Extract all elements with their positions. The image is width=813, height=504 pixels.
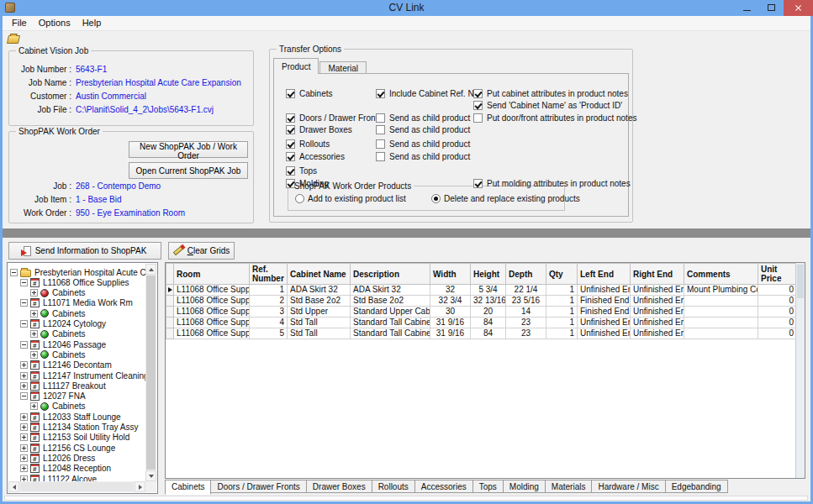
grid-tab-edgebanding[interactable]: Edgebanding [666,480,728,493]
tree-item[interactable]: L11068 Office Supplies [8,277,145,287]
grid-cell[interactable] [684,307,758,318]
row-selector[interactable] [166,307,174,318]
grid-row[interactable]: L11068 Office Supplies4Std TallStandard … [166,318,797,328]
checkbox[interactable] [286,179,295,188]
grid-cell[interactable]: Std Tall [288,328,351,339]
checkbox[interactable] [286,113,295,123]
grid-cell[interactable]: Std Tall [288,318,351,328]
grid-cell[interactable]: Std Base 2o2 [288,296,351,307]
tree-item[interactable]: L11071 Media Work Rm [8,298,145,308]
grid-cell[interactable]: 0 [758,328,797,339]
expand-icon[interactable] [30,289,38,297]
grid-cell[interactable]: Mount Plumbing Cover [684,285,758,296]
menu-item-options[interactable]: Options [33,16,77,30]
collapse-icon[interactable] [20,341,28,349]
grid-cell[interactable] [684,328,758,339]
grid-cell[interactable]: 32 [430,285,471,296]
expand-icon[interactable] [20,475,28,482]
tree-item[interactable]: L12046 Passage [8,339,145,349]
grid-tab-drawer-boxes[interactable]: Drawer Boxes [307,480,372,493]
grid-tab-cabinets[interactable]: Cabinets [165,480,211,495]
expand-icon[interactable] [20,454,28,462]
grid-cell[interactable]: Unfinished End [631,296,684,307]
tree-item[interactable]: L12048 Reception [8,464,145,474]
grid-cell[interactable]: Std Base 2o2 [351,296,430,307]
checkbox[interactable] [376,125,385,134]
grid-cell[interactable]: 23 5/16 [506,296,546,307]
column-header[interactable]: Width [430,264,471,285]
grid-cell[interactable]: Unfinished End [631,307,684,318]
grid-cell[interactable]: 20 [471,307,506,318]
column-header[interactable]: Right End [631,264,684,285]
menu-item-help[interactable]: Help [77,16,108,30]
scroll-left-icon[interactable] [8,481,19,492]
grid-tab-tops[interactable]: Tops [473,480,504,493]
grid-cell[interactable]: 32 13/16 [471,296,506,307]
tree-item[interactable]: L12024 Cytology [8,319,145,329]
grid-cell[interactable]: Unfinished End [578,328,631,339]
grid-cell[interactable] [684,318,758,328]
checkbox[interactable] [286,139,295,149]
scroll-up-icon[interactable] [145,264,156,275]
tree-vertical-scrollbar[interactable] [145,264,156,481]
grid-cell[interactable]: L11068 Office Supplies [174,296,250,307]
scrollbar-thumb[interactable] [797,265,804,298]
grid-cell[interactable]: 0 [758,285,797,296]
grid-cell[interactable]: 2 [250,296,288,307]
grid-cell[interactable]: Unfinished End [578,285,631,296]
scrollbar-thumb[interactable] [20,482,134,491]
grid-cell[interactable]: 0 [758,307,797,318]
tree-item[interactable]: L12156 CS Lounge [8,443,145,453]
row-selector[interactable] [166,318,174,328]
checkbox[interactable] [376,113,385,123]
grid-cell[interactable]: 31 9/16 [430,328,471,339]
column-header[interactable]: Unit Price [758,264,797,285]
expand-icon[interactable] [20,361,28,369]
grid-cell[interactable]: L11068 Office Supplies [174,307,250,318]
expand-icon[interactable] [30,310,38,318]
checkbox[interactable] [473,179,483,188]
column-header[interactable]: Cabinet Name [288,264,351,285]
column-header[interactable]: Comments [684,264,758,285]
tree-item[interactable]: Cabinets [8,349,145,360]
title-bar[interactable]: CV Link [0,0,813,16]
tree-item[interactable]: L12026 Dress [8,453,145,463]
grid-cell[interactable]: 0 [758,296,797,307]
tree-item[interactable]: Cabinets [8,329,145,339]
radio-button[interactable] [431,194,441,203]
tree-item[interactable]: L12153 Soil Utility Hold [8,433,145,443]
expand-icon[interactable] [20,413,28,421]
grid-cell[interactable]: Unfinished End [631,285,684,296]
checkbox[interactable] [286,125,295,134]
column-header[interactable]: Depth [506,264,546,285]
grid-tab-hardware-misc[interactable]: Hardware / Misc [592,480,665,493]
close-button[interactable] [784,0,813,16]
clear-grids-button[interactable]: Clear Grids [168,242,235,260]
grid-cell[interactable]: 14 [506,307,546,318]
maximize-button[interactable] [759,0,784,16]
tree-item[interactable]: L12146 Decontam [8,360,145,370]
tree-item[interactable]: Cabinets [8,402,145,412]
grid-cell[interactable]: Standard Tall Cabinet [351,328,430,339]
grid-cell[interactable]: 1 [546,285,578,296]
grid-cell[interactable]: 32 3/4 [430,296,471,307]
checkbox[interactable] [286,166,295,176]
grid-cell[interactable]: 84 [471,328,506,339]
grid-cell[interactable]: 0 [758,318,797,328]
tree-item[interactable]: L11122 Alcove [8,474,145,481]
shoppak-button-0[interactable]: New ShopPAK Job / Work Order [129,141,248,158]
column-header[interactable]: Ref. Number [250,264,288,285]
checkbox[interactable] [286,152,295,161]
grid-tab-accessories[interactable]: Accessories [415,480,473,493]
row-selector[interactable] [166,296,174,307]
expand-icon[interactable] [20,382,28,390]
grid-tab-molding[interactable]: Molding [504,480,546,493]
expand-icon[interactable] [30,402,38,410]
row-selector[interactable] [166,285,174,296]
radio-button[interactable] [295,194,304,203]
tree-horizontal-scrollbar[interactable] [8,481,145,492]
horizontal-splitter[interactable] [3,228,810,238]
grid-cell[interactable]: 23 [506,328,546,339]
collapse-icon[interactable] [20,320,28,328]
checkbox[interactable] [473,89,483,98]
